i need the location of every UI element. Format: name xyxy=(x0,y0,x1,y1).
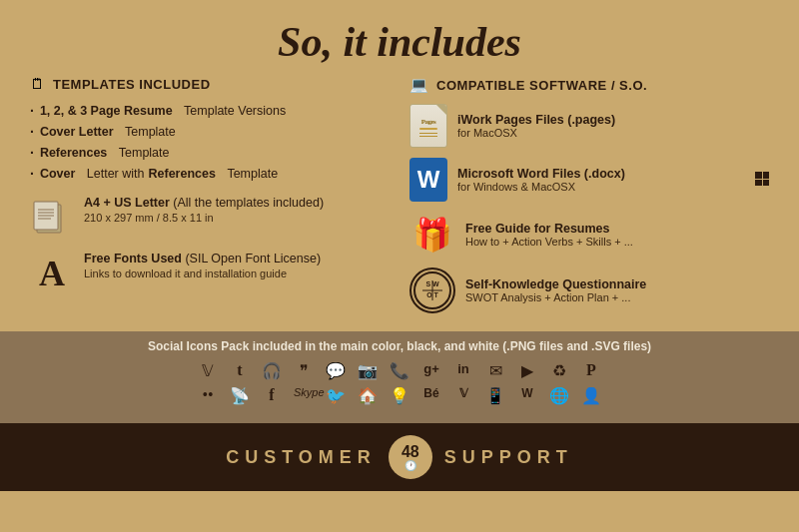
left-column: 🗒 TEMPLATES INCLUDED · 1, 2, & 3 Page Re… xyxy=(30,76,390,323)
home-icon: 🏠 xyxy=(358,386,378,405)
social-header-bold: Social Icons Pack xyxy=(148,339,249,353)
word-title: Microsoft Word Files (.docx) xyxy=(457,167,745,181)
flickr-icon: •• xyxy=(198,386,218,405)
document-icon: 🗒 xyxy=(30,76,45,93)
size-title: A4 + US Letter (All the templates includ… xyxy=(84,196,390,210)
template-bold2: References xyxy=(148,167,215,181)
bullet-icon: · xyxy=(30,124,34,140)
bullet-icon: · xyxy=(30,166,34,182)
badge-number: 48 xyxy=(401,444,419,460)
guide-subtitle: How to + Action Verbs + Skills + ... xyxy=(465,236,769,248)
wordpress-icon: W xyxy=(517,386,537,405)
template-normal: Template xyxy=(119,146,170,160)
pages-subtitle: for MacOSX xyxy=(457,127,759,139)
size-text-block: A4 + US Letter (All the templates includ… xyxy=(84,196,390,224)
bullet-icon: · xyxy=(30,103,34,119)
template-normal2: Template xyxy=(227,167,278,181)
word-w-letter: W xyxy=(417,166,440,194)
pages-title: iWork Pages Files (.pages) xyxy=(457,113,759,127)
camera-icon: 📷 xyxy=(358,361,378,380)
template-normal: Template Versions xyxy=(184,104,286,118)
size-subtitle: 210 x 297 mm / 8.5 x 11 in xyxy=(84,212,390,224)
swot-title: Self-Knowledge Questionnaire xyxy=(465,277,769,291)
gift-icon: 🎁 xyxy=(409,212,455,258)
software-section-header: 💻 COMPATIBLE SOFTWARE / S.O. xyxy=(409,76,769,94)
laptop-icon: 💻 xyxy=(409,76,428,94)
word-text: Microsoft Word Files (.docx) for Windows… xyxy=(457,167,745,193)
word-item: W Microsoft Word Files (.docx) for Windo… xyxy=(409,158,769,202)
footer-left-text: CUSTOMER xyxy=(226,447,377,468)
list-item: · Cover Letter Template xyxy=(30,124,390,140)
web-icon: 🌐 xyxy=(549,386,569,405)
chat-icon: 💬 xyxy=(326,361,346,380)
clock-badge: 48 🕐 xyxy=(389,435,432,479)
size-item: A4 + US Letter (All the templates includ… xyxy=(30,196,390,240)
tumblr-icon: t xyxy=(230,361,250,380)
twitter-icon: 🐦 xyxy=(326,386,346,405)
templates-list: · 1, 2, & 3 Page Resume Template Version… xyxy=(30,103,390,182)
swot-text: Self-Knowledge Questionnaire SWOT Analys… xyxy=(465,277,769,303)
pinterest-icon: P xyxy=(581,361,601,380)
templates-header-text: TEMPLATES INCLUDED xyxy=(53,77,211,92)
facebook-icon: f xyxy=(262,386,282,405)
phone-icon: 📞 xyxy=(390,361,409,380)
fonts-title-bold: Free Fonts Used xyxy=(84,252,182,266)
svg-text:O T: O T xyxy=(426,291,438,298)
user-icon: 👤 xyxy=(581,386,601,405)
word-file-icon: W xyxy=(409,158,447,202)
software-header-text: COMPATIBLE SOFTWARE / S.O. xyxy=(436,78,647,93)
template-bold: Cover xyxy=(40,167,75,181)
podcast-icon: 🎧 xyxy=(262,361,282,380)
bullet-icon: · xyxy=(30,145,34,161)
template-bold: 1, 2, & 3 Page Resume xyxy=(40,104,173,118)
social-header: Social Icons Pack included in the main c… xyxy=(30,339,769,353)
bulb-icon: 💡 xyxy=(390,386,409,405)
template-bold: References xyxy=(40,146,107,160)
social-icons-row-1: 𝕍 t 🎧 ❞ 💬 📷 📞 g+ in ✉ ▶ ♻ P xyxy=(30,361,769,380)
main-container: So, it includes 🗒 TEMPLATES INCLUDED · 1… xyxy=(0,0,799,532)
right-column: 💻 COMPATIBLE SOFTWARE / S.O. Pages iWork… xyxy=(409,76,769,323)
list-item: · Cover Letter with References Template xyxy=(30,166,390,182)
iwork-pages-item: Pages iWork Pages Files (.pages) for Mac… xyxy=(409,104,769,148)
social-section: Social Icons Pack included in the main c… xyxy=(0,331,799,423)
guide-title: Free Guide for Resumes xyxy=(465,222,769,236)
social-header-normal: included in the main color, black, and w… xyxy=(253,339,651,353)
letter-a-icon: A xyxy=(30,252,74,295)
swot-subtitle: SWOT Analysis + Action Plan + ... xyxy=(465,291,769,303)
template-normal: Template xyxy=(125,125,176,139)
fonts-title: Free Fonts Used (SIL Open Font License) xyxy=(84,252,390,266)
templates-section-header: 🗒 TEMPLATES INCLUDED xyxy=(30,76,390,93)
social-icons-row-2: •• 📡 f Skype 🐦 🏠 💡 Bé 𝕍 📱 W 🌐 👤 xyxy=(30,386,769,405)
title-section: So, it includes xyxy=(0,0,799,76)
guide-text: Free Guide for Resumes How to + Action V… xyxy=(465,222,769,248)
swot-item: S W O T Self-Knowledge Questionnaire SWO… xyxy=(409,267,769,313)
fonts-text-block: Free Fonts Used (SIL Open Font License) … xyxy=(84,252,390,279)
template-normal: Letter with xyxy=(87,167,145,181)
quote-icon: ❞ xyxy=(294,361,314,380)
whatsapp-icon: 📱 xyxy=(485,386,505,405)
behance-icon: Bé xyxy=(421,386,441,405)
gplus-icon: g+ xyxy=(421,361,441,380)
word-os-icons xyxy=(755,172,769,188)
footer-section: CUSTOMER 48 🕐 SUPPORT xyxy=(0,423,799,491)
youtube-icon: ▶ xyxy=(517,361,537,380)
fonts-subtitle: Links to download it and installation gu… xyxy=(84,267,390,279)
fonts-item: A Free Fonts Used (SIL Open Font License… xyxy=(30,252,390,295)
content-columns: 🗒 TEMPLATES INCLUDED · 1, 2, & 3 Page Re… xyxy=(0,76,799,323)
clock-icon: 🕐 xyxy=(404,460,416,471)
questionnaire-icon: S W O T xyxy=(409,267,455,313)
list-item: · 1, 2, & 3 Page Resume Template Version… xyxy=(30,103,390,119)
windows-icon xyxy=(755,172,769,186)
recycle-icon: ♻ xyxy=(549,361,569,380)
pages-text: iWork Pages Files (.pages) for MacOSX xyxy=(457,113,759,139)
fonts-title-normal: (SIL Open Font License) xyxy=(185,252,321,266)
size-title-normal: (All the templates included) xyxy=(173,196,324,210)
linkedin-icon: in xyxy=(453,361,473,380)
pages-file-icon: Pages xyxy=(409,104,447,148)
document-stack-icon xyxy=(30,196,74,240)
template-bold: Cover Letter xyxy=(40,125,114,139)
page-title: So, it includes xyxy=(278,19,521,65)
vimeo-icon: 𝕍 xyxy=(198,361,218,380)
size-title-bold: A4 + US Letter xyxy=(84,196,170,210)
footer-right-text: SUPPORT xyxy=(444,447,573,468)
